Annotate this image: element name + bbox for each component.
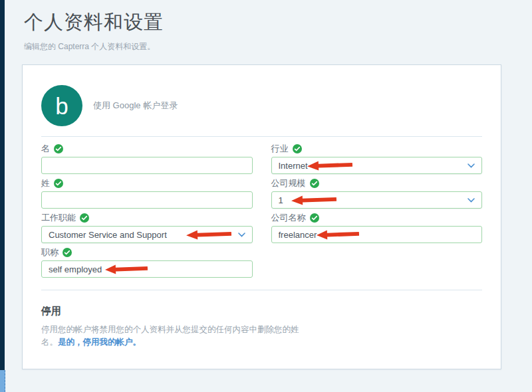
company-size-label: 公司规模 xyxy=(271,177,306,189)
company-name-label: 公司名称 xyxy=(271,212,306,224)
section-divider xyxy=(41,136,482,137)
job-function-selected-value: Customer Service and Support xyxy=(49,230,167,240)
chevron-down-icon xyxy=(467,163,475,168)
job-function-select[interactable]: Customer Service and Support xyxy=(41,226,253,243)
deactivate-description: 停用您的帐户将禁用您的个人资料并从您提交的任何内容中删除您的姓名。是的，停用我的… xyxy=(41,324,309,349)
field-job-title: 职称 xyxy=(41,247,253,278)
left-edge-dark-strip xyxy=(0,0,5,370)
valid-check-icon xyxy=(310,179,319,188)
chevron-down-icon xyxy=(238,233,245,237)
account-header-row: b 使用 Google 帐户登录 xyxy=(41,85,482,126)
field-company-size: 公司规模 1 xyxy=(271,178,483,209)
field-last-name: 姓 xyxy=(41,178,253,209)
job-title-label: 职称 xyxy=(41,246,59,258)
avatar-initial: b xyxy=(55,94,68,118)
deactivate-title: 停用 xyxy=(41,305,482,318)
section-divider xyxy=(41,290,482,290)
company-size-selected-value: 1 xyxy=(279,195,283,205)
chevron-down-icon xyxy=(467,198,475,203)
form-column-right: 行业 Internet xyxy=(271,144,483,282)
avatar: b xyxy=(41,85,82,126)
valid-check-icon xyxy=(54,179,63,188)
last-name-label: 姓 xyxy=(41,177,50,189)
page-title: 个人资料和设置 xyxy=(24,9,164,36)
google-signin-text: 使用 Google 帐户登录 xyxy=(93,100,178,112)
valid-check-icon xyxy=(63,248,72,257)
field-industry: 行业 Internet xyxy=(271,144,483,174)
job-title-input[interactable] xyxy=(41,260,253,278)
page-subtitle: 编辑您的 Capterra 个人资料和设置。 xyxy=(24,41,155,52)
first-name-input[interactable] xyxy=(41,157,253,174)
form-column-left: 名 姓 xyxy=(41,144,253,282)
profile-form: 名 姓 xyxy=(41,144,482,282)
company-name-input[interactable] xyxy=(271,226,483,243)
valid-check-icon xyxy=(310,213,319,223)
field-company-name: 公司名称 xyxy=(271,213,483,243)
industry-select[interactable]: Internet xyxy=(271,157,483,174)
company-size-select[interactable]: 1 xyxy=(271,191,483,209)
field-job-function: 工作职能 Customer Service and Support xyxy=(41,213,253,243)
field-first-name: 名 xyxy=(41,144,253,174)
left-edge-blue-strip xyxy=(0,370,5,392)
valid-check-icon xyxy=(54,144,63,153)
deactivate-account-link[interactable]: 是的，停用我的帐户。 xyxy=(58,338,141,347)
job-function-label: 工作职能 xyxy=(41,212,76,224)
valid-check-icon xyxy=(80,213,89,223)
deactivate-section: 停用 停用您的帐户将禁用您的个人资料并从您提交的任何内容中删除您的姓名。是的，停… xyxy=(41,305,482,349)
industry-label: 行业 xyxy=(271,143,289,155)
valid-check-icon xyxy=(293,144,302,153)
first-name-label: 名 xyxy=(41,143,50,155)
last-name-input[interactable] xyxy=(41,191,253,209)
profile-settings-card: b 使用 Google 帐户登录 名 姓 xyxy=(22,64,501,369)
industry-selected-value: Internet xyxy=(279,161,308,171)
